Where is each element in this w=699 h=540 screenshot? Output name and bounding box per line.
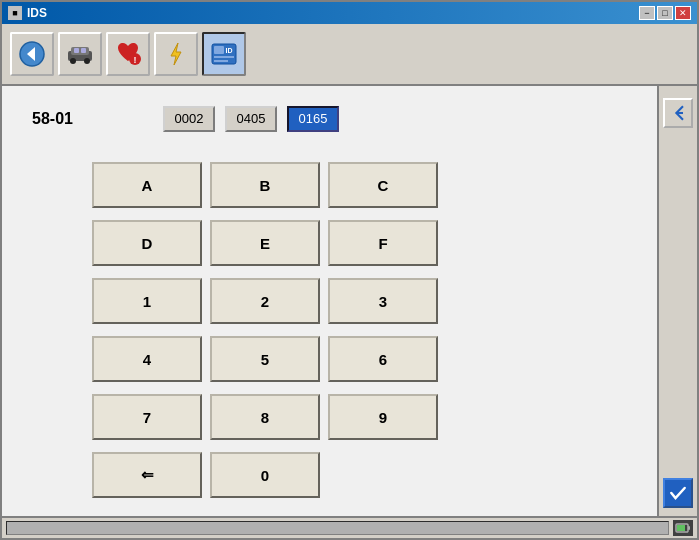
key-backspace[interactable]: ⇐ xyxy=(92,452,202,498)
code-button-2[interactable]: 0165 xyxy=(287,106,339,132)
main-area: 58-01 0002 0405 0165 A B C D E F 1 2 3 xyxy=(2,86,697,516)
code-button-0[interactable]: 0002 xyxy=(163,106,215,132)
id-toolbar-button[interactable]: ID xyxy=(202,32,246,76)
module-id: 58-01 xyxy=(32,110,73,128)
status-icon xyxy=(673,520,693,536)
window-title: IDS xyxy=(27,6,639,20)
svg-rect-3 xyxy=(71,47,89,55)
svg-text:!: ! xyxy=(134,55,137,65)
bottom-bar xyxy=(2,516,697,538)
svg-rect-19 xyxy=(677,525,685,531)
content-area: 58-01 0002 0405 0165 A B C D E F 1 2 3 xyxy=(2,86,657,516)
code-button-1[interactable]: 0405 xyxy=(225,106,277,132)
lightning-icon xyxy=(161,39,191,69)
back-icon xyxy=(17,39,47,69)
keypad: A B C D E F 1 2 3 4 5 6 7 8 9 ⇐ xyxy=(92,162,627,502)
key-5[interactable]: 5 xyxy=(210,336,320,382)
key-D[interactable]: D xyxy=(92,220,202,266)
key-A[interactable]: A xyxy=(92,162,202,208)
key-2[interactable]: 2 xyxy=(210,278,320,324)
svg-marker-10 xyxy=(171,43,181,65)
title-bar: ■ IDS − □ ✕ xyxy=(2,2,697,24)
key-9[interactable]: 9 xyxy=(328,394,438,440)
close-button[interactable]: ✕ xyxy=(675,6,691,20)
key-8[interactable]: 8 xyxy=(210,394,320,440)
svg-point-4 xyxy=(70,58,76,64)
battery-icon xyxy=(675,522,691,534)
svg-rect-7 xyxy=(81,48,86,53)
back-toolbar-button[interactable] xyxy=(10,32,54,76)
svg-rect-6 xyxy=(74,48,79,53)
lightning-toolbar-button[interactable] xyxy=(154,32,198,76)
key-3[interactable]: 3 xyxy=(328,278,438,324)
id-icon: ID xyxy=(209,39,239,69)
maximize-button[interactable]: □ xyxy=(657,6,673,20)
check-icon xyxy=(668,483,688,503)
health-toolbar-button[interactable]: ! xyxy=(106,32,150,76)
key-7[interactable]: 7 xyxy=(92,394,202,440)
svg-point-5 xyxy=(84,58,90,64)
car-toolbar-button[interactable] xyxy=(58,32,102,76)
sidebar-back-icon xyxy=(668,103,688,123)
car-icon xyxy=(65,39,95,69)
key-C[interactable]: C xyxy=(328,162,438,208)
minimize-button[interactable]: − xyxy=(639,6,655,20)
health-icon: ! xyxy=(113,39,143,69)
right-sidebar xyxy=(657,86,697,516)
svg-rect-14 xyxy=(214,56,234,58)
key-0[interactable]: 0 xyxy=(210,452,320,498)
key-B[interactable]: B xyxy=(210,162,320,208)
svg-text:ID: ID xyxy=(226,47,233,54)
svg-rect-15 xyxy=(214,60,228,62)
header-row: 58-01 0002 0405 0165 xyxy=(32,106,627,132)
key-1[interactable]: 1 xyxy=(92,278,202,324)
sidebar-back-button[interactable] xyxy=(663,98,693,128)
progress-bar xyxy=(6,521,669,535)
key-4[interactable]: 4 xyxy=(92,336,202,382)
key-6[interactable]: 6 xyxy=(328,336,438,382)
toolbar: ! ID xyxy=(2,24,697,86)
confirm-button[interactable] xyxy=(663,478,693,508)
window-controls: − □ ✕ xyxy=(639,6,691,20)
svg-rect-12 xyxy=(214,46,224,54)
app-icon: ■ xyxy=(8,6,22,20)
key-F[interactable]: F xyxy=(328,220,438,266)
main-window: ■ IDS − □ ✕ xyxy=(0,0,699,540)
key-E[interactable]: E xyxy=(210,220,320,266)
svg-rect-18 xyxy=(688,526,690,530)
